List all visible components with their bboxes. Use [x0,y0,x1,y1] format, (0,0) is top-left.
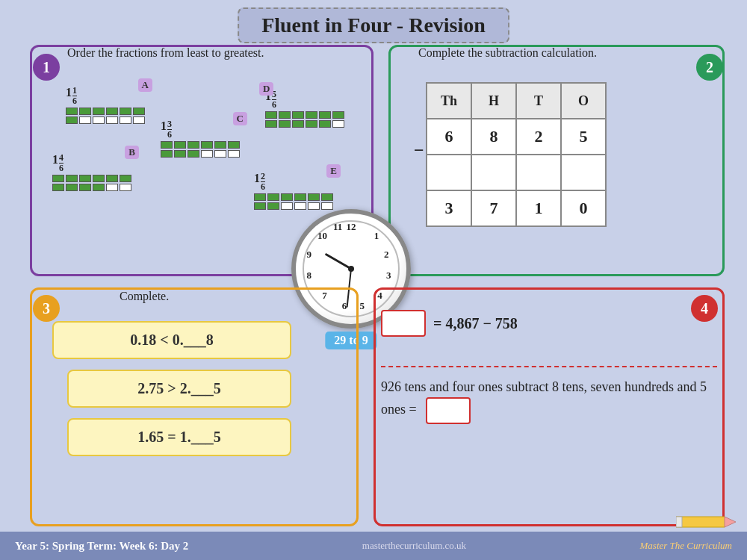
page-title: Fluent in Four - Revision [238,7,509,43]
comparison-2: 2.75 > 2.___5 [67,370,291,408]
top-h: 8 [471,119,516,155]
pencil-decoration [676,515,736,529]
fraction-c-card: C 136 [161,119,240,158]
answer-o [561,155,606,190]
clock-num-11: 11 [333,221,342,233]
q4-equation-line: = 4,867 − 758 [381,310,518,337]
answer-h [471,155,516,190]
clock-num-12: 12 [347,221,356,233]
q2-instruction: Complete the subtraction calculation. [418,46,597,60]
footer-label: Year 5: Spring Term: Week 6: Day 2 [15,540,188,553]
q3-instruction: Complete. [120,290,169,303]
bot-th: 3 [427,190,471,226]
minus-symbol: − [414,140,424,161]
fraction-c-bar2 [161,150,240,158]
fraction-b-bar2 [52,184,131,191]
bot-o: 0 [561,190,606,226]
subtraction-table: Th H T O 6 8 2 5 3 7 1 0 [426,82,607,227]
clock-num-10: 10 [317,230,327,242]
clock-num-8: 8 [307,270,312,281]
q3-circle: 3 [33,295,60,322]
col-o: O [561,83,606,119]
fraction-a-card: A 116 [66,86,145,124]
answer-t [516,155,561,190]
q4-word-answer-box[interactable] [426,397,471,424]
q4-circle: 4 [691,295,718,322]
fraction-e-bar1 [254,193,333,201]
footer-website: masterthecurriculum.co.uk [188,540,639,552]
clock-center-dot [348,266,354,272]
answer-th [427,155,471,190]
bot-t: 1 [516,190,561,226]
svg-rect-2 [676,517,682,527]
q4-divider [381,366,717,367]
fraction-d-label: D [259,82,273,96]
fraction-e-card: E 126 [254,172,333,210]
fraction-b-label: B [125,146,139,159]
footer: Year 5: Spring Term: Week 6: Day 2 maste… [0,532,747,560]
svg-marker-1 [725,517,736,527]
fraction-d-bar2 [265,120,344,128]
comparison-1: 0.18 < 0.___8 [52,321,291,359]
q1-circle: 1 [33,54,60,81]
fraction-d-bar1 [265,111,344,119]
fraction-e-label: E [326,164,341,178]
comparison-3: 1.65 = 1.___5 [67,418,291,456]
col-th: Th [427,83,471,119]
fraction-b-bar1 [52,175,131,182]
bot-h: 7 [471,190,516,226]
q4-answer-box[interactable] [381,310,426,337]
fraction-a-bar1 [66,108,145,115]
clock-num-1: 1 [374,230,379,242]
top-th: 6 [427,119,471,155]
q1-instruction: Order the fractions from least to greate… [67,46,264,60]
fraction-d-value: 156 [265,90,344,110]
svg-marker-0 [676,517,728,527]
q2-circle: 2 [696,54,723,81]
fraction-d-card: D 156 [265,90,344,128]
clock-num-5: 5 [360,300,365,312]
footer-brand: Master The Curriculum [640,540,733,552]
col-h: H [471,83,516,119]
fraction-c-bar1 [161,141,240,149]
clock-num-2: 2 [384,249,389,261]
clock-num-9: 9 [307,249,312,261]
fraction-b-card: B 146 [52,153,131,191]
fraction-c-label: C [233,112,247,125]
fraction-a-label: A [138,78,152,92]
fraction-c-value: 136 [161,119,240,140]
top-t: 2 [516,119,561,155]
q4-word-problem: 926 tens and four ones subtract 8 tens, … [381,377,713,424]
fraction-e-value: 126 [254,172,333,192]
top-o: 5 [561,119,606,155]
clock-num-3: 3 [386,270,391,281]
fraction-a-bar2 [66,116,145,124]
fraction-a-value: 116 [66,86,145,106]
col-t: T [516,83,561,119]
q4-equation-text: = 4,867 − 758 [433,315,518,332]
fraction-b-value: 146 [52,153,131,173]
